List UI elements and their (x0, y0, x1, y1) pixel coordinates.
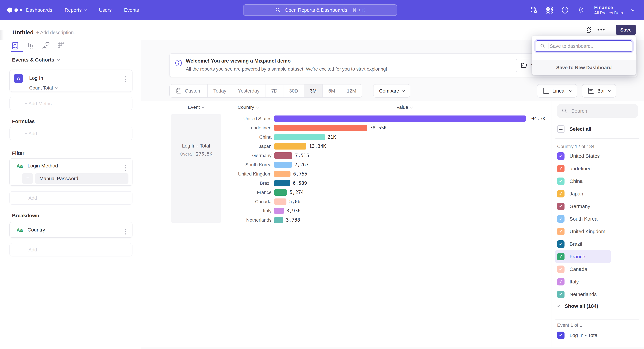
column-header-value[interactable]: Value (376, 104, 433, 111)
filter-card[interactable]: Aa Login Method = Manual Password (10, 158, 132, 186)
bar[interactable] (274, 208, 284, 214)
insights-tab-icon[interactable] (11, 42, 19, 50)
checkbox-checked[interactable]: ✓ (557, 203, 564, 210)
country-filter-row[interactable]: ✓undefined (555, 162, 611, 175)
checkbox-checked[interactable]: ✓ (557, 178, 564, 185)
filter-value[interactable]: Manual Password (35, 173, 128, 184)
bar[interactable] (274, 125, 367, 131)
country-filter-row[interactable]: ✓Italy (555, 275, 611, 288)
metric-name[interactable]: Log In (29, 75, 43, 81)
filter-operator[interactable]: = (22, 173, 33, 184)
add-breakdown-button[interactable]: + Add (10, 243, 132, 257)
show-all-button[interactable]: Show all (184) (557, 301, 598, 311)
range-yesterday[interactable]: Yesterday (232, 84, 266, 97)
show-all-label: Show all (184) (565, 303, 598, 309)
compare-button[interactable]: Compare (373, 84, 410, 98)
bar[interactable] (274, 217, 283, 223)
retention-tab-icon[interactable] (57, 42, 66, 50)
checkbox-checked[interactable]: ✓ (557, 291, 564, 298)
column-header-country[interactable]: Country (222, 104, 274, 111)
column-header-event[interactable]: Event (171, 104, 221, 111)
global-search-button[interactable]: Open Reports & Dashboards ⌘ + K (243, 4, 397, 16)
bar[interactable] (274, 143, 306, 150)
checkbox-checked[interactable]: ✓ (557, 240, 564, 248)
range-3m[interactable]: 3M (304, 84, 323, 97)
bar-value-label: 3,738 (286, 217, 300, 223)
project-selector[interactable]: Finance All Project Data (594, 5, 623, 15)
checkbox-checked[interactable]: ✓ (557, 266, 564, 273)
filter-property-name[interactable]: Login Method (28, 163, 58, 169)
bar[interactable] (274, 171, 290, 177)
country-filter-row[interactable]: ✓China (555, 175, 611, 187)
country-filter-row[interactable]: ✓Japan (555, 187, 611, 200)
event-filter-row[interactable]: ✓ Log In - Total (557, 330, 598, 340)
country-filter-row[interactable]: ✓United Kingdom (555, 225, 611, 238)
kebab-menu-icon[interactable] (123, 164, 127, 172)
save-button[interactable]: Save (616, 25, 636, 35)
scale-selector[interactable]: Linear (537, 84, 577, 98)
mixpanel-logo[interactable] (6, 6, 24, 14)
breakdown-card[interactable]: Aa Country (10, 222, 132, 238)
save-dashboard-search-input[interactable]: Save to dashboard... (536, 40, 632, 52)
country-filter-row[interactable]: ✓United States (555, 150, 611, 162)
copy-link-icon[interactable] (583, 24, 595, 36)
report-title[interactable]: Untitled (12, 29, 34, 36)
checkbox-indeterminate[interactable] (557, 125, 564, 133)
bar[interactable] (274, 198, 286, 205)
checkbox-checked[interactable]: ✓ (557, 190, 564, 197)
add-filter-button[interactable]: + Add (10, 191, 132, 205)
aggregation-selector[interactable]: Count Total (29, 85, 58, 91)
nav-item-users[interactable]: Users (99, 7, 112, 13)
apps-grid-icon[interactable] (545, 6, 553, 14)
checkbox-checked[interactable]: ✓ (557, 278, 564, 286)
checkbox-checked[interactable]: ✓ (557, 215, 564, 223)
kebab-menu-icon[interactable] (123, 75, 127, 83)
range-custom[interactable]: Custom (170, 84, 208, 97)
kebab-menu-icon[interactable] (123, 227, 127, 236)
range-label: 3M (310, 88, 317, 94)
events-section-label[interactable]: Events & Cohorts (12, 57, 60, 63)
bar-value-label: 5,274 (290, 190, 304, 195)
series-search-input[interactable]: Search (557, 104, 638, 118)
nav-item-dashboards[interactable]: Dashboards (26, 7, 52, 13)
add-formula-button[interactable]: + Add (10, 127, 132, 140)
bar[interactable] (274, 115, 526, 122)
checkbox-checked[interactable]: ✓ (557, 228, 564, 235)
bar-value-label: 6,755 (293, 171, 307, 177)
checkbox-checked[interactable]: ✓ (557, 165, 564, 172)
checkbox-checked[interactable]: ✓ (557, 332, 564, 339)
range-6m[interactable]: 6M (323, 84, 341, 97)
funnels-tab-icon[interactable] (26, 42, 34, 50)
flows-tab-icon[interactable] (42, 42, 50, 50)
nav-item-reports[interactable]: Reports (64, 7, 86, 13)
select-all-row[interactable]: Select all (557, 124, 591, 134)
range-7d[interactable]: 7D (266, 84, 284, 97)
bar[interactable] (274, 180, 290, 186)
chart-type-selector[interactable]: Bar (582, 84, 616, 98)
nav-item-events[interactable]: Events (124, 7, 139, 13)
range-today[interactable]: Today (208, 84, 232, 97)
bar[interactable] (274, 162, 292, 168)
checkbox-checked[interactable]: ✓ (557, 152, 564, 160)
bar[interactable] (274, 134, 325, 140)
add-metric-button[interactable]: + Add Metric (10, 97, 132, 110)
save-to-new-dashboard-button[interactable]: Save to New Dashboard (532, 60, 636, 75)
country-filter-row[interactable]: ✓France (555, 250, 611, 263)
bar[interactable] (274, 152, 292, 159)
bar[interactable] (274, 189, 287, 196)
metric-card[interactable]: A Log In Count Total (10, 69, 132, 92)
range-30d[interactable]: 30D (284, 84, 304, 97)
country-filter-row[interactable]: ✓Canada (555, 263, 611, 275)
country-filter-row[interactable]: ✓Germany (555, 200, 611, 213)
country-filter-row[interactable]: ✓Netherlands (555, 288, 611, 301)
country-filter-row[interactable]: ✓South Korea (555, 213, 611, 225)
help-icon[interactable]: ? (561, 6, 569, 14)
report-description-placeholder[interactable]: + Add description... (36, 30, 78, 35)
country-filter-row[interactable]: ✓Brazil (555, 238, 611, 250)
settings-gear-icon[interactable] (577, 6, 585, 14)
breakdown-property-name[interactable]: Country (28, 227, 45, 233)
more-options-icon[interactable] (595, 24, 607, 36)
checkbox-checked[interactable]: ✓ (557, 253, 564, 260)
data-management-icon[interactable] (530, 6, 538, 14)
range-12m[interactable]: 12M (341, 84, 362, 97)
